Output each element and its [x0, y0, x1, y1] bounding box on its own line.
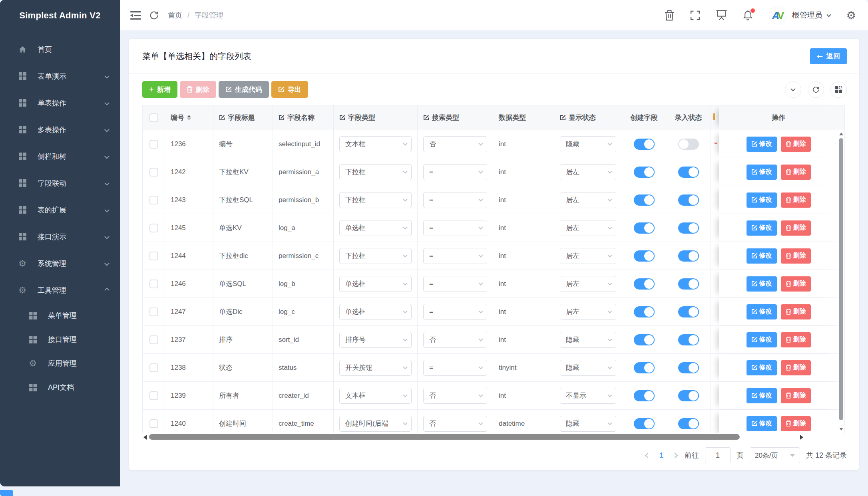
display-state-select[interactable]: 隐藏: [560, 332, 616, 348]
sidebar-item[interactable]: 多表操作: [0, 116, 120, 143]
user-menu[interactable]: AV 根管理员: [769, 6, 830, 24]
page-size-select[interactable]: 20条/页: [750, 447, 800, 463]
delete-button[interactable]: 删除: [781, 360, 811, 375]
sidebar-item[interactable]: ⚙ 应用管理: [0, 351, 120, 375]
edit-button[interactable]: 修改: [747, 192, 777, 208]
vertical-scrollbar[interactable]: [838, 131, 844, 433]
generate-code-button[interactable]: 生成代码: [219, 81, 269, 98]
delete-button[interactable]: 删除: [781, 332, 811, 347]
field-type-select[interactable]: 单选框: [339, 220, 412, 236]
search-type-select[interactable]: =: [423, 360, 487, 376]
back-button[interactable]: ← 返回: [810, 48, 847, 64]
display-state-select[interactable]: 不显示: [560, 388, 616, 404]
field-type-select[interactable]: 排序号: [339, 332, 412, 348]
edit-button[interactable]: 修改: [747, 220, 777, 236]
prev-page-button[interactable]: [644, 454, 651, 457]
field-type-select[interactable]: 单选框: [339, 276, 412, 292]
entry-state-toggle[interactable]: [678, 306, 699, 317]
breadcrumb-home[interactable]: 首页: [168, 11, 182, 19]
row-checkbox[interactable]: [149, 140, 158, 149]
collapse-panel-button[interactable]: [785, 81, 801, 98]
sidebar-item[interactable]: ⚙ 系统管理: [0, 250, 120, 277]
sidebar-item[interactable]: 接口演示: [0, 223, 120, 250]
create-field-toggle[interactable]: [634, 167, 655, 178]
scroll-up-arrow[interactable]: [839, 133, 843, 135]
display-state-select[interactable]: 居左: [560, 304, 616, 320]
trash-icon[interactable]: [665, 10, 674, 21]
search-type-select[interactable]: 否: [423, 416, 487, 432]
row-checkbox[interactable]: [149, 280, 158, 288]
current-page[interactable]: 1: [657, 451, 666, 460]
batch-delete-button[interactable]: 删除: [180, 81, 216, 98]
row-checkbox[interactable]: [149, 196, 158, 204]
edit-button[interactable]: 修改: [747, 388, 777, 403]
entry-state-toggle[interactable]: [678, 222, 699, 234]
scroll-right-arrow[interactable]: [800, 435, 803, 440]
field-type-select[interactable]: 开关按钮: [339, 360, 412, 376]
field-type-select[interactable]: 文本框: [339, 136, 412, 152]
search-type-select[interactable]: 否: [423, 136, 487, 152]
row-checkbox[interactable]: [149, 308, 158, 316]
create-field-toggle[interactable]: [634, 139, 655, 150]
edit-button[interactable]: 修改: [747, 165, 777, 180]
create-field-toggle[interactable]: [634, 334, 655, 345]
sidebar-item[interactable]: 表单演示: [0, 63, 120, 89]
edit-button[interactable]: 修改: [747, 332, 777, 347]
scroll-left-arrow[interactable]: [143, 435, 147, 440]
row-checkbox[interactable]: [149, 391, 158, 400]
column-header-id[interactable]: 编号: [165, 105, 213, 130]
display-state-select[interactable]: 隐藏: [560, 136, 616, 152]
delete-button[interactable]: 删除: [781, 220, 811, 236]
settings-gear-icon[interactable]: ⚙: [846, 9, 856, 22]
entry-state-toggle[interactable]: [678, 334, 699, 345]
sidebar-item[interactable]: 单表操作: [0, 89, 120, 116]
display-state-select[interactable]: 居左: [560, 276, 616, 292]
delete-button[interactable]: 删除: [781, 248, 811, 264]
delete-button[interactable]: 删除: [781, 388, 811, 403]
entry-state-toggle[interactable]: [678, 167, 699, 178]
row-checkbox[interactable]: [149, 363, 158, 372]
delete-button[interactable]: 删除: [781, 165, 811, 180]
field-type-select[interactable]: 创建时间(后端: [339, 416, 412, 432]
bell-icon[interactable]: [743, 10, 753, 21]
sidebar-item[interactable]: 接口管理: [0, 327, 120, 351]
display-state-select[interactable]: 居左: [560, 248, 616, 264]
row-checkbox[interactable]: [149, 335, 158, 344]
create-field-toggle[interactable]: [634, 418, 655, 429]
entry-state-toggle[interactable]: [678, 390, 699, 401]
entry-state-toggle[interactable]: [678, 362, 699, 373]
search-type-select[interactable]: =: [423, 220, 487, 236]
delete-button[interactable]: 删除: [781, 137, 811, 152]
sidebar-item[interactable]: 表的扩展: [0, 196, 120, 223]
collapse-menu-icon[interactable]: [130, 11, 141, 20]
search-type-select[interactable]: 否: [423, 332, 487, 348]
edit-button[interactable]: 修改: [747, 416, 777, 431]
fullscreen-icon[interactable]: [690, 10, 700, 20]
entry-state-toggle[interactable]: [678, 139, 699, 150]
create-field-toggle[interactable]: [634, 306, 655, 317]
display-state-select[interactable]: 居左: [560, 220, 616, 236]
field-type-select[interactable]: 文本框: [339, 388, 412, 404]
field-type-select[interactable]: 下拉框: [339, 248, 412, 264]
edit-button[interactable]: 修改: [747, 304, 777, 319]
add-button[interactable]: + 新增: [142, 81, 177, 98]
row-checkbox[interactable]: [149, 252, 158, 260]
display-state-select[interactable]: 居左: [560, 192, 616, 208]
board-icon[interactable]: [716, 10, 727, 20]
search-type-select[interactable]: =: [423, 304, 487, 320]
horizontal-scrollbar-thumb[interactable]: [149, 434, 740, 440]
create-field-toggle[interactable]: [634, 390, 655, 401]
delete-button[interactable]: 删除: [781, 304, 811, 319]
scroll-down-arrow[interactable]: [839, 428, 843, 431]
delete-button[interactable]: 删除: [781, 192, 811, 208]
edit-button[interactable]: 修改: [747, 360, 777, 375]
search-type-select[interactable]: =: [423, 276, 487, 292]
create-field-toggle[interactable]: [634, 250, 655, 262]
sidebar-item[interactable]: API文档: [0, 375, 120, 399]
sidebar-item[interactable]: 字段联动: [0, 170, 120, 196]
delete-button[interactable]: 删除: [781, 276, 811, 292]
refresh-table-button[interactable]: [808, 81, 824, 98]
sidebar-item[interactable]: ⚙ 工具管理: [0, 277, 120, 304]
display-state-select[interactable]: 居左: [560, 164, 616, 180]
create-field-toggle[interactable]: [634, 222, 655, 234]
